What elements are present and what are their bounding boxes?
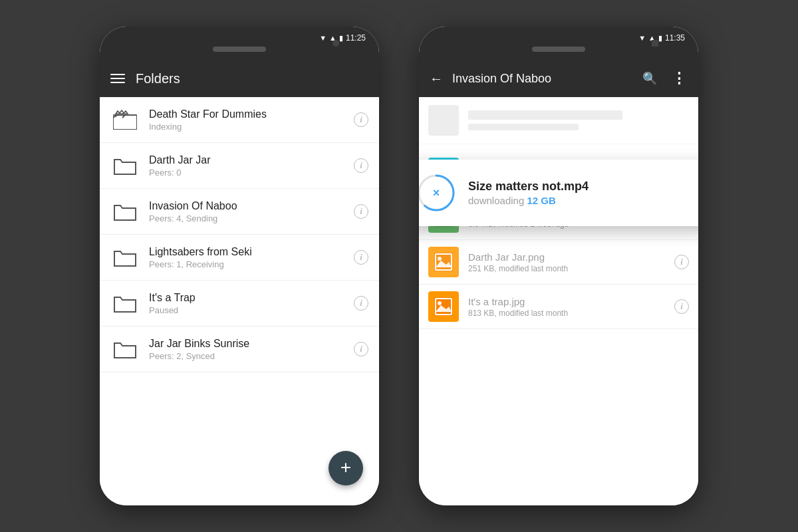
toolbar-title-2: Invasion Of Naboo [452,72,632,86]
folder-name-jar-jar-sunrise: Jar Jar Binks Sunrise [149,338,344,350]
folder-item-death-star[interactable]: Death Star For Dummies Indexing i [100,97,379,143]
download-progress: × [419,173,456,213]
folder-sub-jar-jar-sunrise: Peers: 2, Synced [149,351,344,361]
folder-item-darth-jar-jar[interactable]: Darth Jar Jar Peers: 0 i [100,143,379,189]
speaker-1 [213,47,266,52]
svg-point-11 [438,257,442,261]
folder-name-darth-jar: Darth Jar Jar [149,154,344,166]
folder-sub-darth-jar: Peers: 0 [149,168,344,178]
folder-info-jar-jar-sunrise: Jar Jar Binks Sunrise Peers: 2, Synced [149,338,344,361]
file-name-darth-jar-png: Darth Jar Jar.png [468,251,665,263]
info-button-trap[interactable]: i [354,296,368,311]
download-status: downloading 12 GB [468,195,589,206]
camera-2 [652,40,658,47]
folder-name-naboo: Invasion Of Naboo [149,200,344,212]
folder-name-trap: It's a Trap [149,292,344,304]
folder-item-jar-jar-sunrise[interactable]: Jar Jar Binks Sunrise Peers: 2, Synced i [100,327,379,372]
battery-icon-2: ▮ [658,34,662,43]
folder-sub-lightsabers: Peers: 1, Receiving [149,259,344,269]
info-button-trap-jpg[interactable]: i [674,299,689,314]
download-filename: Size matters not.mp4 [468,180,589,194]
info-button-death-star[interactable]: i [354,112,368,127]
svg-rect-0 [113,115,137,130]
folder-name-death-star: Death Star For Dummies [149,108,344,120]
svg-point-15 [438,301,442,305]
toolbar-title-1: Folders [136,71,368,86]
hamburger-icon[interactable] [110,74,125,83]
svg-rect-9 [434,253,453,271]
download-info: Size matters not.mp4 downloading 12 GB [468,180,589,206]
fab-add-button[interactable]: + [329,451,363,485]
file-meta-trap-jpg: 813 KB, modified last month [468,309,665,318]
folder-sub-naboo: Peers: 4, Sending [149,213,344,223]
folder-icon-lightsabers [110,243,140,272]
status-bar-1: ▼ ▲ ▮ 11:25 [100,27,379,47]
info-button-jar-jar-sunrise[interactable]: i [354,342,368,356]
status-time-1: 11:25 [346,33,366,43]
folder-item-naboo[interactable]: Invasion Of Naboo Peers: 4, Sending i [100,189,379,235]
file-item-darth-jar-png[interactable]: Darth Jar Jar.png 251 KB, modified last … [419,240,698,285]
folder-name-lightsabers: Lightsabers from Seki [149,246,344,258]
status-time-2: 11:35 [665,33,685,43]
info-button-darth-jar-png[interactable]: i [674,255,689,269]
folder-sub-trap: Paused [149,305,344,315]
search-button[interactable]: 🔍 [638,68,661,88]
download-size: 12 GB [527,195,555,206]
phone-2: ▼ ▲ ▮ 11:35 ← Invasion Of Naboo 🔍 ⋮ × [419,27,698,505]
file-info-darth-jar-png: Darth Jar Jar.png 251 KB, modified last … [468,251,665,273]
back-button[interactable]: ← [427,68,446,89]
folder-icon-jar-jar-sunrise [110,334,140,364]
phone-1: ▼ ▲ ▮ 11:25 Folders De [100,27,379,505]
folder-info-naboo: Invasion Of Naboo Peers: 4, Sending [149,200,344,223]
folder-info-death-star: Death Star For Dummies Indexing [149,108,344,132]
folder-list: Death Star For Dummies Indexing i Darth … [100,97,379,505]
folder-info-trap: It's a Trap Paused [149,292,344,315]
folder-info-darth-jar: Darth Jar Jar Peers: 0 [149,154,344,178]
folder-item-trap[interactable]: It's a Trap Paused i [100,281,379,327]
cancel-download-button[interactable]: × [433,186,440,200]
svg-rect-13 [434,297,453,316]
folder-item-lightsabers[interactable]: Lightsabers from Seki Peers: 1, Receivin… [100,235,379,281]
file-thumb-trap-jpg [428,291,459,322]
speaker-2 [532,47,585,52]
download-card: × Size matters not.mp4 downloading 12 GB [419,160,698,226]
partial-item-top [419,97,698,144]
file-name-trap-jpg: It's a trap.jpg [468,296,665,307]
info-button-lightsabers[interactable]: i [354,250,368,265]
folder-icon-naboo [110,197,140,226]
toolbar-1: Folders [100,60,379,97]
crown-folder-icon [110,105,140,134]
battery-icon: ▮ [339,34,343,43]
status-bar-2: ▼ ▲ ▮ 11:35 [419,27,698,47]
toolbar-2: ← Invasion Of Naboo 🔍 ⋮ [419,60,698,97]
file-thumb-darth-jar-png [428,247,459,277]
folder-icon-darth-jar [110,151,140,180]
camera-1 [332,40,339,47]
fab-plus-icon: + [340,458,351,477]
file-info-trap-jpg: It's a trap.jpg 813 KB, modified last mo… [468,296,665,318]
wifi-icon-2: ▼ [638,34,646,42]
file-meta-darth-jar-png: 251 KB, modified last month [468,264,665,273]
folder-icon-trap [110,289,140,318]
info-button-darth-jar[interactable]: i [354,158,368,173]
file-item-trap-jpg[interactable]: It's a trap.jpg 813 KB, modified last mo… [419,285,698,329]
folder-sub-death-star: Indexing [149,122,344,132]
downloading-label: downloading [468,195,524,206]
folder-info-lightsabers: Lightsabers from Seki Peers: 1, Receivin… [149,246,344,269]
info-button-naboo[interactable]: i [354,204,368,219]
wifi-icon: ▼ [319,34,327,42]
more-menu-button[interactable]: ⋮ [668,67,690,90]
